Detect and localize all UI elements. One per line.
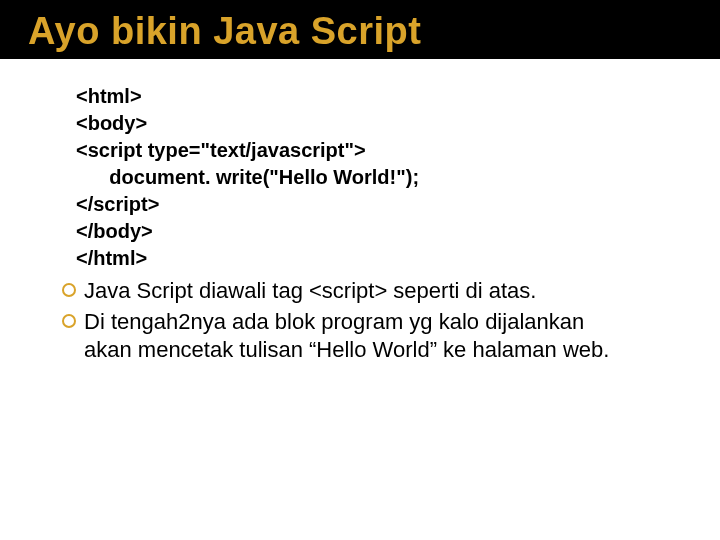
bullet-marker-icon bbox=[62, 283, 76, 297]
slide-content: <html> <body> <script type="text/javascr… bbox=[0, 59, 720, 363]
code-line-5: </script> bbox=[76, 193, 159, 215]
bullet-marker-icon bbox=[62, 314, 76, 328]
slide-container: { "title": "Ayo bikin Java Script", "cod… bbox=[0, 0, 720, 540]
bullet-text-2b: akan mencetak tulisan “Hello World” ke h… bbox=[62, 336, 660, 364]
code-line-6: </body> bbox=[76, 220, 153, 242]
code-block: <html> <body> <script type="text/javascr… bbox=[76, 83, 660, 272]
code-line-1: <html> bbox=[76, 85, 142, 107]
bullet-item-2: Di tengah2nya ada blok program yg kalo d… bbox=[62, 307, 660, 363]
code-line-4: document. write("Hello World!"); bbox=[76, 166, 419, 188]
bullet-text-2a: Di tengah2nya ada blok program yg kalo d… bbox=[84, 309, 584, 334]
code-line-7: </html> bbox=[76, 247, 147, 269]
slide-title: Ayo bikin Java Script bbox=[28, 10, 720, 53]
code-line-2: <body> bbox=[76, 112, 147, 134]
bullet-item-1: Java Script diawali tag <script> seperti… bbox=[62, 276, 660, 305]
code-line-3: <script type="text/javascript"> bbox=[76, 139, 366, 161]
bullet-text-1: Java Script diawali tag <script> seperti… bbox=[84, 278, 536, 303]
bullet-list: Java Script diawali tag <script> seperti… bbox=[76, 276, 660, 363]
title-band: Ayo bikin Java Script bbox=[0, 0, 720, 59]
